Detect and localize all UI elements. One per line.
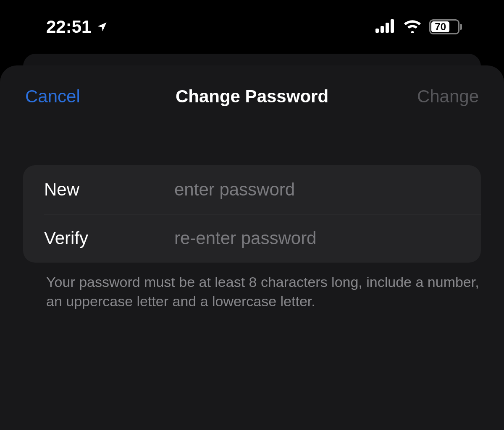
new-password-input[interactable] — [174, 180, 460, 200]
new-password-row: New — [23, 165, 481, 214]
password-help-text: Your password must be at least 8 charact… — [0, 263, 504, 311]
modal-title: Change Password — [176, 86, 328, 107]
cellular-signal-icon — [375, 18, 396, 36]
svg-rect-1 — [381, 26, 384, 33]
svg-rect-0 — [375, 29, 379, 33]
svg-rect-3 — [391, 19, 394, 33]
status-time: 22:51 — [46, 17, 91, 37]
battery-icon: 70 — [429, 19, 462, 34]
battery-fill: 70 — [431, 21, 449, 32]
location-icon — [96, 18, 108, 36]
modal-header: Cancel Change Password Change — [0, 65, 504, 128]
verify-password-input[interactable] — [174, 228, 460, 248]
battery-percent: 70 — [435, 21, 446, 33]
svg-rect-2 — [386, 23, 389, 33]
row-divider — [44, 214, 481, 214]
change-button[interactable]: Change — [417, 86, 479, 107]
password-form-group: New Verify — [23, 165, 481, 263]
wifi-icon — [403, 18, 422, 36]
new-password-label: New — [44, 180, 174, 200]
verify-password-row: Verify — [23, 214, 481, 263]
status-bar: 22:51 — [0, 0, 504, 50]
verify-password-label: Verify — [44, 228, 174, 248]
status-left: 22:51 — [46, 17, 108, 37]
screen: 22:51 — [0, 0, 504, 430]
change-password-modal: Cancel Change Password Change New Verify… — [0, 65, 504, 430]
status-right: 70 — [375, 18, 462, 36]
cancel-button[interactable]: Cancel — [25, 86, 80, 107]
